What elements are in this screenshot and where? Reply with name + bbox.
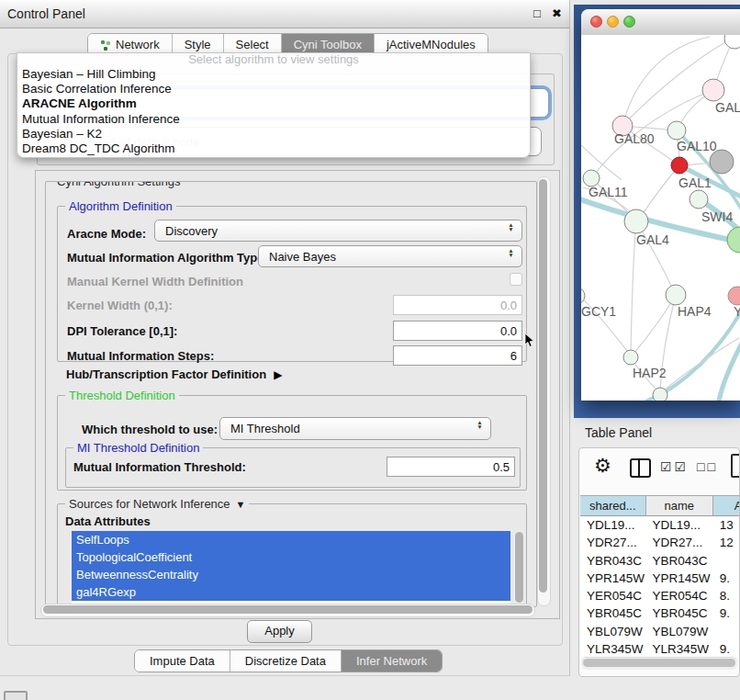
node-label-gal10: GAL10 (677, 139, 717, 153)
mi-algorithm-type-combobox[interactable]: Naive Bayes ▲▼ (258, 245, 522, 267)
attributes-list-scrollbar[interactable] (514, 531, 524, 604)
table-row[interactable]: YDL19...YDL19...13 (580, 516, 740, 534)
select-all-checkboxes-icon[interactable]: ☑☑ (660, 459, 689, 474)
scrollbar-thumb[interactable] (583, 659, 735, 667)
column-header-name[interactable]: name (646, 496, 713, 515)
mi-threshold-field[interactable]: 0.5 (387, 457, 515, 477)
manual-kernel-width-checkbox[interactable] (510, 273, 522, 286)
minimize-button[interactable] (607, 16, 619, 28)
node-label-gal11: GAL11 (589, 185, 628, 199)
network-window-titlebar[interactable] (581, 9, 740, 36)
table-cell: YBR045C (646, 604, 713, 622)
network-node[interactable] (724, 35, 740, 49)
table-cell: YBL079W (646, 623, 713, 640)
algorithm-option-bayesian-k2[interactable]: Bayesian – K2 (17, 127, 530, 141)
table-body: YDL19...YDL19...13YDR27...YDR27...12YBR0… (580, 516, 740, 656)
manual-kernel-width-label: Manual Kernel Width Definition (67, 275, 243, 288)
close-icon[interactable]: ✖ (552, 6, 562, 20)
cyni-algorithm-settings-title: Cyni Algorithm Settings (53, 181, 184, 188)
tab-discretize-data[interactable]: Discretize Data (230, 650, 342, 672)
network-node-y[interactable] (728, 287, 740, 305)
network-icon (100, 40, 111, 51)
attribute-item-betweennesscentrality[interactable]: BetweennessCentrality (72, 566, 510, 583)
table-cell: YLR345W (580, 640, 646, 656)
hub-definition-label: Hub/Transcription Factor Definition (66, 367, 266, 381)
algorithm-option-dream8-dc-tdc-algorithm[interactable]: Dream8 DC_TDC Algorithm (17, 141, 530, 156)
mi-threshold-label: Mutual Information Threshold: (73, 460, 246, 474)
threshold-definition-group: Threshold Definition Which threshold to … (57, 395, 527, 491)
table-row[interactable]: YER054CYER054C8. (580, 587, 740, 604)
control-panel-titlebar: Control Panel □ ✖ (0, 0, 569, 28)
zoom-button[interactable] (623, 16, 635, 28)
network-node[interactable] (653, 388, 667, 401)
node-label-gal4: GAL4 (636, 232, 669, 247)
table-panel-title: Table Panel (585, 425, 652, 440)
table-row[interactable]: YBR045CYBR045C9. (580, 604, 740, 622)
attribute-item-gal4rgexp[interactable]: gal4RGexp (72, 583, 510, 601)
table-cell: 13 (713, 516, 740, 534)
table-row[interactable]: YLR345WYLR345W9. (580, 640, 740, 656)
dpi-tolerance-field[interactable]: 0.0 (393, 321, 522, 341)
mouse-cursor (524, 333, 535, 348)
network-node[interactable] (710, 150, 734, 174)
which-threshold-combobox[interactable]: MI Threshold ▲▼ (219, 417, 491, 440)
table-row[interactable]: YPR145WYPR145W9. (580, 570, 740, 587)
aracne-mode-combobox[interactable]: Discovery ▲▼ (154, 220, 522, 242)
network-node-swi4[interactable] (690, 190, 708, 209)
hub-definition-expander[interactable]: Hub/Transcription Factor Definition▶ (66, 367, 282, 381)
tab-impute-data[interactable]: Impute Data (135, 650, 230, 672)
gear-icon[interactable]: ⚙ (594, 456, 611, 475)
close-button[interactable] (590, 16, 602, 28)
stepper-arrows-icon: ▲▼ (476, 421, 484, 429)
column-header-a[interactable]: A (713, 496, 740, 515)
column-header-shared[interactable]: shared... (580, 496, 646, 515)
algorithm-option-bayesian-hill-climbing[interactable]: Bayesian – Hill Climbing (17, 67, 530, 82)
algorithm-option-basic-correlation-inference[interactable]: Basic Correlation Inference (17, 82, 530, 96)
apply-button[interactable]: Apply (247, 620, 312, 643)
network-node-hap2[interactable] (623, 350, 638, 365)
tab-infer-network[interactable]: Infer Network (342, 650, 442, 672)
node-label-gal1: GAL1 (678, 175, 712, 190)
document-icon[interactable] (731, 454, 740, 478)
bottom-tab-strip: Impute DataDiscretize DataInfer Network (134, 649, 443, 672)
network-node-gcy1[interactable] (581, 288, 585, 304)
cyni-algorithm-settings-group: Cyni Algorithm Settings Algorithm Defini… (45, 181, 537, 607)
network-node[interactable] (727, 227, 740, 253)
expand-right-icon: ▶ (274, 368, 282, 381)
network-node-hap4[interactable] (666, 285, 686, 305)
algorithm-dropdown-popup: Select algorithm to view settings Bayesi… (17, 52, 531, 158)
minimized-panel-icon[interactable] (4, 691, 28, 700)
network-node-gal10[interactable] (667, 121, 686, 140)
sources-title-expander[interactable]: Sources for Network Inference▼ (65, 497, 249, 511)
table-row[interactable]: YBL079WYBL079W (580, 623, 740, 640)
expand-down-icon: ▼ (236, 499, 246, 510)
scrollbar-thumb[interactable] (43, 605, 533, 614)
stepper-arrows-icon: ▲▼ (507, 249, 515, 257)
node-label-gcy1: GCY1 (581, 304, 616, 319)
settings-vertical-scrollbar[interactable] (537, 176, 551, 606)
table-row[interactable]: YBR043CYBR043C (580, 552, 740, 570)
node-label-gal: GAL (715, 100, 740, 115)
algorithm-option-aracne-algorithm[interactable]: ARACNE Algorithm (17, 96, 530, 111)
network-node-gal4[interactable] (624, 209, 648, 233)
algorithm-definition-title: Algorithm Definition (65, 199, 176, 213)
network-canvas[interactable]: GALGAL80GAL10GAL1GAL11SWI4GAL4GCY1HAP4YH… (581, 35, 740, 401)
network-node-gal1[interactable] (671, 157, 688, 174)
network-node-gal[interactable] (702, 79, 724, 101)
scrollbar-thumb[interactable] (515, 532, 523, 603)
table-row[interactable]: YDR27...YDR27...12 (580, 534, 740, 551)
kernel-width-field[interactable]: 0.0 (393, 295, 522, 315)
scrollbar-thumb[interactable] (539, 179, 547, 593)
attribute-item-topologicalcoefficient[interactable]: TopologicalCoefficient (72, 548, 510, 566)
algorithm-option-mutual-information-inference[interactable]: Mutual Information Inference (17, 112, 530, 127)
mi-steps-field[interactable]: 6 (393, 345, 522, 366)
algorithm-definition-group: Algorithm Definition Aracne Mode: Discov… (57, 206, 527, 362)
mi-threshold-definition-group: MI Threshold Definition Mutual Informati… (65, 447, 521, 488)
table-horizontal-scrollbar[interactable] (581, 657, 737, 670)
which-threshold-value: MI Threshold (230, 422, 300, 435)
settings-horizontal-scrollbar[interactable] (40, 604, 535, 617)
attribute-item-selfloops[interactable]: SelfLoops (72, 531, 510, 548)
deselect-all-checkboxes-icon[interactable]: □□ (697, 459, 718, 474)
column-layout-icon[interactable] (630, 458, 651, 478)
float-window-icon[interactable]: □ (533, 6, 541, 20)
